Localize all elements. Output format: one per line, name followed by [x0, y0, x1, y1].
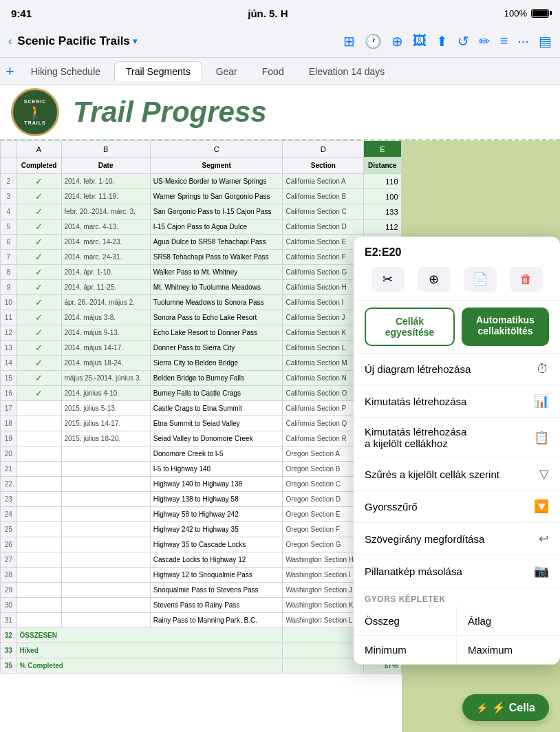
cell-segment[interactable]: Donner Pass to Sierra City	[150, 341, 283, 356]
cell-section[interactable]: Oregon Section G	[283, 537, 364, 552]
snapshot-item[interactable]: Pillanatkép másolása 📷	[354, 555, 560, 588]
table-row[interactable]: 31Rainy Pass to Manning Park, B.C.Washin…	[1, 613, 402, 628]
tab-trail-segments[interactable]: Trail Segments	[114, 61, 202, 81]
cell-completed[interactable]	[17, 446, 61, 462]
clock-icon[interactable]: 🕐	[365, 33, 382, 50]
cell-segment[interactable]: Echo Lake Resort to Donner Pass	[150, 325, 283, 341]
cell-section[interactable]: Oregon Section D	[283, 492, 364, 507]
cell-segment[interactable]: Cascade Locks to Highway 12	[150, 552, 283, 568]
cell-segment[interactable]: Burney Falls to Castle Crags	[150, 386, 283, 401]
cell-completed[interactable]: ✓	[17, 371, 61, 386]
cell-segment[interactable]: Tuolumne Meadows to Sonora Pass	[150, 295, 283, 310]
cell-date[interactable]	[61, 492, 150, 507]
table-row[interactable]: 9✓2014. ápr. 11-25.Mt. Whitney to Tuolum…	[1, 280, 402, 295]
cell-section[interactable]: Washington Section J	[283, 583, 364, 598]
merge-cells-button[interactable]: Cellák egyesítése	[365, 308, 455, 346]
table-row[interactable]: 10✓ápr. 26.-2014. május 2.Tuolumne Meado…	[1, 295, 402, 310]
cut-button[interactable]: ✂	[371, 267, 405, 292]
paste-button[interactable]: 📄	[464, 267, 497, 292]
cell-distance[interactable]: 112	[364, 219, 401, 235]
table-row[interactable]: 5✓2014. márc. 4-13.I-15 Cajon Pass to Ag…	[1, 219, 402, 235]
cell-date[interactable]: 2014. márc. 14-23.	[61, 235, 150, 250]
cell-completed[interactable]: ✓	[17, 280, 61, 295]
cell-section[interactable]: Washington Section I	[283, 568, 364, 583]
cell-completed[interactable]	[17, 537, 61, 552]
cella-button[interactable]: ⚡ ⚡ Cella	[462, 694, 549, 721]
sidebar-icon[interactable]: ▤	[539, 33, 552, 50]
table-row[interactable]: 8✓2014. ápr. 1-10.Walker Pass to Mt. Whi…	[1, 265, 402, 280]
formula-sum[interactable]: Összeg	[354, 607, 457, 636]
cell-completed[interactable]: ✓	[17, 341, 61, 356]
cell-section[interactable]: California Section L	[283, 341, 364, 356]
share-icon[interactable]: ⬆	[436, 33, 448, 50]
cell-date[interactable]: 2015. július 14-17.	[61, 416, 150, 431]
table-row[interactable]: 192015. július 18-20.Seiad Valley to Don…	[1, 431, 402, 446]
cell-completed[interactable]	[17, 598, 61, 613]
cell-section[interactable]: California Section F	[283, 250, 364, 265]
cell-segment[interactable]: I-5 to Highway 140	[150, 462, 283, 477]
cell-segment[interactable]: Highway 12 to Snoqualmie Pass	[150, 568, 283, 583]
back-button[interactable]: ‹	[8, 35, 12, 47]
cell-date[interactable]: 2014. márc. 24-31.	[61, 250, 150, 265]
cell-section[interactable]: California Section B	[283, 189, 364, 204]
cell-completed[interactable]	[17, 492, 61, 507]
tab-elevation[interactable]: Elevation 14 days	[298, 62, 396, 81]
cell-distance[interactable]: 110	[364, 174, 401, 189]
cell-date[interactable]	[61, 537, 150, 552]
cell-segment[interactable]: Snoqualmie Pass to Stevens Pass	[150, 583, 283, 598]
col-header-a[interactable]: A	[17, 141, 61, 158]
table-row[interactable]: 4✓febr. 20.-2014. márc. 3.San Gorgonio P…	[1, 204, 402, 219]
cell-section[interactable]: Oregon Section E	[283, 507, 364, 522]
cell-segment[interactable]: Rainy Pass to Manning Park, B.C.	[150, 613, 283, 628]
cell-segment[interactable]: Stevens Pass to Rainy Pass	[150, 598, 283, 613]
cell-segment[interactable]: Warner Springs to San Gorgonio Pass	[150, 189, 283, 204]
cell-completed[interactable]: ✓	[17, 235, 61, 250]
cell-section[interactable]: California Section C	[283, 204, 364, 219]
cell-completed[interactable]: ✓	[17, 189, 61, 204]
cell-section[interactable]: California Section N	[283, 371, 364, 386]
cell-section[interactable]: California Section A	[283, 174, 364, 189]
cell-section[interactable]: California Section J	[283, 310, 364, 325]
cell-section[interactable]: Oregon Section A	[283, 446, 364, 462]
cell-completed[interactable]: ✓	[17, 295, 61, 310]
cell-date[interactable]: 2015. július 5-13.	[61, 401, 150, 416]
more-icon[interactable]: ···	[517, 33, 529, 49]
quick-filter-item[interactable]: Gyorsszűrő 🔽	[354, 491, 560, 523]
cell-section[interactable]: California Section M	[283, 356, 364, 371]
cell-date[interactable]	[61, 552, 150, 568]
cell-segment[interactable]: Highway 138 to Highway 58	[150, 492, 283, 507]
cell-section[interactable]: California Section O	[283, 386, 364, 401]
formula-max[interactable]: Maximum	[457, 636, 560, 665]
table-row[interactable]: 2✓2014. febr. 1-10.US-Mexico Border to W…	[1, 174, 402, 189]
cell-completed[interactable]: ✓	[17, 219, 61, 235]
delete-button[interactable]: 🗑	[510, 267, 543, 292]
cell-segment[interactable]: Mt. Whitney to Tuolumne Meadows	[150, 280, 283, 295]
add-tab-button[interactable]: +	[6, 63, 14, 80]
cell-date[interactable]: 2014. márc. 4-13.	[61, 219, 150, 235]
cell-date[interactable]	[61, 583, 150, 598]
cell-section[interactable]: Oregon Section B	[283, 462, 364, 477]
cell-date[interactable]: 2014. ápr. 11-25.	[61, 280, 150, 295]
cell-date[interactable]: 2014. május 9-13.	[61, 325, 150, 341]
cell-section[interactable]: California Section I	[283, 295, 364, 310]
cell-completed[interactable]: ✓	[17, 325, 61, 341]
cell-segment[interactable]: Sierra City to Belden Bridge	[150, 356, 283, 371]
cell-section[interactable]: California Section P	[283, 401, 364, 416]
cell-section[interactable]: California Section K	[283, 325, 364, 341]
col-header-b[interactable]: B	[61, 141, 150, 158]
cell-date[interactable]: 2014. május 14-17.	[61, 341, 150, 356]
cell-section[interactable]: California Section G	[283, 265, 364, 280]
table-row[interactable]: 21I-5 to Highway 140Oregon Section B55	[1, 462, 402, 477]
table-row[interactable]: 30Stevens Pass to Rainy PassWashington S…	[1, 598, 402, 613]
cell-date[interactable]	[61, 477, 150, 492]
cell-completed[interactable]: ✓	[17, 356, 61, 371]
table-row[interactable]: 22Highway 140 to Highway 138Oregon Secti…	[1, 477, 402, 492]
auto-fill-button[interactable]: Automatikus cellakitöltés	[462, 308, 549, 346]
cell-completed[interactable]	[17, 507, 61, 522]
formula-average[interactable]: Átlag	[457, 607, 560, 636]
cell-segment[interactable]: Sonora Pass to Echo Lake Resort	[150, 310, 283, 325]
menu-icon[interactable]: ≡	[500, 33, 508, 49]
cell-completed[interactable]: ✓	[17, 250, 61, 265]
tab-gear[interactable]: Gear	[205, 62, 248, 81]
cell-segment[interactable]: Castle Crags to Etna Summit	[150, 401, 283, 416]
